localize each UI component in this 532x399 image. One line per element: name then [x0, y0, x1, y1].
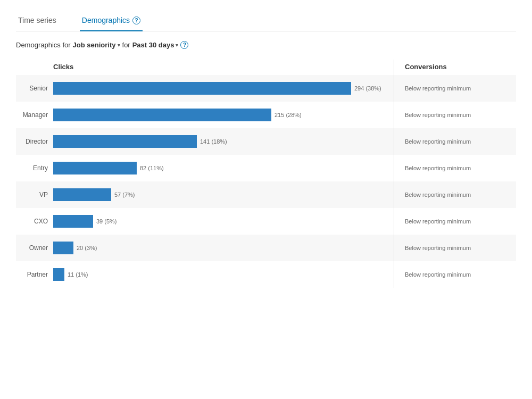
dimension-arrow-icon: ▾ — [118, 43, 120, 48]
chart-row: CXO39 (5%) — [16, 208, 394, 235]
bar-area: 294 (38%) — [53, 75, 394, 102]
column-headers: Clicks Conversions — [16, 60, 516, 75]
row-label: Entry — [16, 164, 53, 172]
tab-demographics[interactable]: Demographics ? — [80, 11, 143, 31]
clicks-column-header: Clicks — [53, 60, 394, 75]
chart-row: Owner20 (3%) — [16, 235, 394, 261]
bar — [53, 188, 111, 201]
bar — [53, 268, 64, 281]
bar — [53, 82, 351, 95]
conversion-cell: Below reporting minimum — [394, 75, 516, 102]
row-label: Owner — [16, 244, 53, 252]
bar — [53, 162, 137, 174]
conversions-section: Below reporting minimumBelow reporting m… — [394, 75, 516, 288]
bar-area: 11 (1%) — [53, 261, 394, 288]
row-label: Partner — [16, 271, 53, 278]
conversion-cell: Below reporting minimum — [394, 235, 516, 261]
filter-help-icon[interactable]: ? — [180, 41, 188, 49]
filter-prefix: Demographics for — [16, 41, 71, 49]
row-label: CXO — [16, 218, 53, 225]
chart-row: VP57 (7%) — [16, 181, 394, 208]
bar — [53, 242, 73, 254]
bar-value-label: 11 (1%) — [68, 271, 88, 278]
chart-row: Manager215 (28%) — [16, 102, 394, 128]
chart-rows-wrapper: Senior294 (38%)Manager215 (28%)Director1… — [16, 75, 516, 288]
row-label: Senior — [16, 85, 53, 92]
conversion-cell: Below reporting minimum — [394, 155, 516, 181]
bar-value-label: 39 (5%) — [96, 218, 117, 225]
bar-value-label: 82 (11%) — [140, 165, 164, 171]
bar-area: 215 (28%) — [53, 102, 394, 128]
bar-area: 141 (18%) — [53, 128, 394, 155]
tab-bar: Time series Demographics ? — [16, 11, 516, 31]
bar-area: 39 (5%) — [53, 208, 394, 235]
demographics-help-icon[interactable]: ? — [132, 16, 140, 24]
period-dropdown[interactable]: Past 30 days ▾ — [132, 41, 179, 49]
conversion-cell: Below reporting minimum — [394, 102, 516, 128]
chart-row: Entry82 (11%) — [16, 155, 394, 181]
bar — [53, 109, 271, 121]
period-arrow-icon: ▾ — [176, 43, 178, 48]
row-label: Manager — [16, 111, 53, 119]
bar-value-label: 294 (38%) — [354, 85, 381, 92]
chart-row: Senior294 (38%) — [16, 75, 394, 102]
header-left: Clicks — [16, 60, 394, 75]
conversion-cell: Below reporting minimum — [394, 261, 516, 288]
conversion-cell: Below reporting minimum — [394, 181, 516, 208]
row-label: VP — [16, 191, 53, 198]
bar-value-label: 57 (7%) — [114, 192, 135, 198]
bar-area: 20 (3%) — [53, 235, 394, 261]
bar-value-label: 215 (28%) — [275, 112, 302, 118]
chart-row: Director141 (18%) — [16, 128, 394, 155]
bar-value-label: 20 (3%) — [77, 245, 97, 251]
conversion-cell: Below reporting minimum — [394, 128, 516, 155]
conversion-cell: Below reporting minimum — [394, 208, 516, 235]
bar — [53, 215, 93, 228]
bars-section: Senior294 (38%)Manager215 (28%)Director1… — [16, 75, 394, 288]
bar-value-label: 141 (18%) — [200, 138, 227, 145]
filter-midtext: for — [122, 41, 130, 49]
bar — [53, 135, 197, 148]
main-container: Time series Demographics ? Demographics … — [0, 0, 532, 298]
bar-area: 82 (11%) — [53, 155, 394, 181]
filter-bar: Demographics for Job seniority ▾ for Pas… — [16, 41, 516, 49]
chart-row: Partner11 (1%) — [16, 261, 394, 288]
dimension-dropdown[interactable]: Job seniority ▾ — [73, 41, 120, 49]
bar-area: 57 (7%) — [53, 181, 394, 208]
conversions-column-header: Conversions — [394, 60, 516, 75]
row-label: Director — [16, 138, 53, 145]
tab-time-series[interactable]: Time series — [16, 11, 59, 31]
